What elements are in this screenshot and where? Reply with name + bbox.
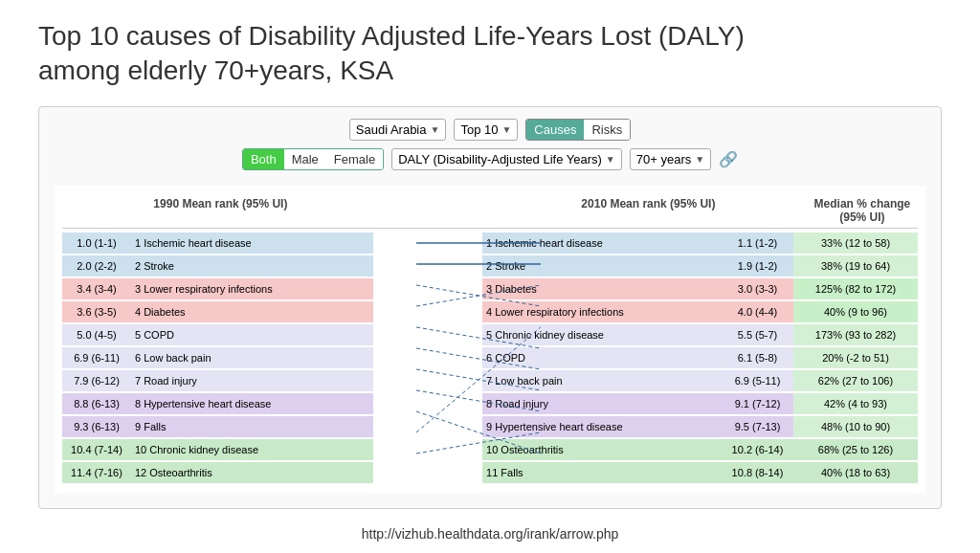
age-select[interactable]: 70+ years ▼ bbox=[630, 148, 711, 170]
rank-1990: 9.3 (6-13) bbox=[62, 419, 131, 434]
table-row: 2.0 (2-2) 2 Stroke 2 Stroke 1.9 (1-2) 38… bbox=[62, 255, 918, 276]
table-row: 3.6 (3-5) 4 Diabetes 4 Lower respiratory… bbox=[62, 301, 918, 322]
metric-value: DALY (Disability-Adjusted Life Years) bbox=[398, 152, 602, 166]
rows-list: 1.0 (1-1) 1 Ischemic heart disease 1 Isc… bbox=[62, 232, 918, 483]
header-right: 2010 Mean rank (95% UI) bbox=[490, 197, 807, 224]
rank-1990: 1.0 (1-1) bbox=[62, 235, 131, 251]
name-2010: 10 Osteoarthritis bbox=[482, 442, 722, 457]
rank-1990: 11.4 (7-16) bbox=[62, 465, 131, 480]
header-left: 1990 Mean rank (95% UI) bbox=[62, 197, 379, 224]
table-row: 10.4 (7-14) 10 Chronic kidney disease 10… bbox=[62, 439, 918, 460]
table-row: 11.4 (7-16) 12 Osteoarthritis 11 Falls 1… bbox=[62, 462, 918, 483]
country-select[interactable]: Saudi Arabia ▼ bbox=[349, 119, 447, 141]
controls-row2: Both Male Female DALY (Disability-Adjust… bbox=[55, 148, 925, 170]
data-table: 1990 Mean rank (95% UI) 2010 Mean rank (… bbox=[55, 186, 925, 493]
rank-2010: 6.1 (5-8) bbox=[722, 350, 793, 365]
topn-dropdown-arrow: ▼ bbox=[501, 124, 511, 135]
connector-spacer bbox=[373, 439, 482, 460]
gender-toggle: Both Male Female bbox=[242, 148, 384, 170]
risks-button[interactable]: Risks bbox=[584, 120, 630, 140]
connector-spacer bbox=[373, 232, 482, 254]
name-2010: 7 Low back pain bbox=[482, 373, 722, 388]
topn-select[interactable]: Top 10 ▼ bbox=[454, 119, 518, 141]
name-2010: 11 Falls bbox=[482, 465, 722, 480]
rank-2010: 3.0 (3-3) bbox=[722, 281, 793, 297]
pct-change: 173% (93 to 282) bbox=[793, 324, 918, 345]
name-1990: 10 Chronic kidney disease bbox=[131, 442, 373, 457]
both-button[interactable]: Both bbox=[243, 149, 284, 169]
connector-spacer bbox=[373, 393, 482, 414]
name-2010: 2 Stroke bbox=[482, 258, 722, 274]
name-1990: 7 Road injury bbox=[131, 373, 373, 388]
metric-select[interactable]: DALY (Disability-Adjusted Life Years) ▼ bbox=[391, 148, 622, 170]
rank-2010: 1.1 (1-2) bbox=[722, 235, 793, 251]
metric-dropdown-arrow: ▼ bbox=[606, 154, 615, 165]
rank-1990: 5.0 (4-5) bbox=[62, 327, 131, 343]
page-title: Top 10 causes of Disability Adjusted Lif… bbox=[38, 19, 942, 89]
topn-value: Top 10 bbox=[460, 122, 498, 137]
rank-1990: 8.8 (6-13) bbox=[62, 396, 131, 411]
pct-change: 40% (18 to 63) bbox=[793, 462, 918, 483]
chart-container: Saudi Arabia ▼ Top 10 ▼ Causes Risks Bot… bbox=[38, 106, 942, 509]
name-2010: 6 COPD bbox=[482, 350, 722, 365]
table-row: 7.9 (6-12) 7 Road injury 7 Low back pain… bbox=[62, 370, 918, 391]
rank-2010: 10.8 (8-14) bbox=[722, 465, 793, 480]
name-1990: 4 Diabetes bbox=[131, 304, 373, 320]
name-1990: 8 Hypertensive heart disease bbox=[131, 396, 373, 411]
male-button[interactable]: Male bbox=[284, 149, 326, 169]
rank-1990: 6.9 (6-11) bbox=[62, 350, 131, 365]
table-row: 8.8 (6-13) 8 Hypertensive heart disease … bbox=[62, 393, 918, 414]
pct-change: 42% (4 to 93) bbox=[793, 393, 918, 414]
name-2010: 3 Diabetes bbox=[482, 281, 722, 297]
causes-risks-toggle: Causes Risks bbox=[525, 119, 631, 141]
rank-2010: 5.5 (5-7) bbox=[722, 327, 793, 343]
name-1990: 3 Lower respiratory infections bbox=[131, 281, 373, 297]
female-button[interactable]: Female bbox=[326, 149, 383, 169]
pct-change: 68% (25 to 126) bbox=[793, 439, 918, 460]
header-connector bbox=[379, 197, 490, 224]
pct-change: 40% (9 to 96) bbox=[793, 301, 918, 322]
age-value: 70+ years bbox=[636, 152, 691, 166]
column-headers: 1990 Mean rank (95% UI) 2010 Mean rank (… bbox=[62, 193, 918, 229]
connector-spacer bbox=[373, 278, 482, 299]
table-row: 9.3 (6-13) 9 Falls 9 Hypertensive heart … bbox=[62, 416, 918, 437]
controls-row1: Saudi Arabia ▼ Top 10 ▼ Causes Risks bbox=[55, 119, 925, 141]
connector-spacer bbox=[373, 370, 482, 391]
name-1990: 9 Falls bbox=[131, 419, 373, 434]
rank-2010: 9.5 (7-13) bbox=[722, 419, 793, 434]
rank-2010: 9.1 (7-12) bbox=[722, 396, 793, 411]
table-row: 5.0 (4-5) 5 COPD 5 Chronic kidney diseas… bbox=[62, 324, 918, 345]
rank-1990: 2.0 (2-2) bbox=[62, 258, 131, 274]
header-pct: Median % change (95% UI) bbox=[807, 197, 918, 224]
rank-2010: 4.0 (4-4) bbox=[722, 304, 793, 320]
name-1990: 5 COPD bbox=[131, 327, 373, 343]
rank-1990: 10.4 (7-14) bbox=[62, 442, 131, 457]
name-2010: 4 Lower respiratory infections bbox=[482, 304, 722, 320]
connector-spacer bbox=[373, 301, 482, 322]
rank-1990: 3.4 (3-4) bbox=[62, 281, 131, 297]
name-2010: 8 Road injury bbox=[482, 396, 722, 411]
pct-change: 48% (10 to 90) bbox=[793, 416, 918, 437]
connector-spacer bbox=[373, 416, 482, 437]
causes-button[interactable]: Causes bbox=[526, 120, 584, 140]
name-2010: 5 Chronic kidney disease bbox=[482, 327, 722, 343]
connector-spacer bbox=[373, 462, 482, 483]
url-text: http://vizhub.healthdata.org/irank/arrow… bbox=[362, 526, 619, 542]
table-row: 1.0 (1-1) 1 Ischemic heart disease 1 Isc… bbox=[62, 232, 918, 254]
age-dropdown-arrow: ▼ bbox=[695, 154, 704, 165]
rank-2010: 1.9 (1-2) bbox=[722, 258, 793, 274]
connector-spacer bbox=[373, 255, 482, 276]
country-value: Saudi Arabia bbox=[356, 122, 427, 137]
country-dropdown-arrow: ▼ bbox=[431, 124, 440, 135]
pct-change: 33% (12 to 58) bbox=[793, 232, 918, 254]
footer-url: http://vizhub.healthdata.org/irank/arrow… bbox=[38, 526, 942, 542]
connector-spacer bbox=[373, 347, 482, 368]
link-icon[interactable]: 🔗 bbox=[719, 150, 738, 168]
table-row: 3.4 (3-4) 3 Lower respiratory infections… bbox=[62, 278, 918, 299]
name-1990: 2 Stroke bbox=[131, 258, 373, 274]
rows-container: 1.0 (1-1) 1 Ischemic heart disease 1 Isc… bbox=[62, 232, 918, 483]
name-1990: 12 Osteoarthritis bbox=[131, 465, 373, 480]
name-1990: 6 Low back pain bbox=[131, 350, 373, 365]
pct-change: 38% (19 to 64) bbox=[793, 255, 918, 276]
connector-spacer bbox=[373, 324, 482, 345]
